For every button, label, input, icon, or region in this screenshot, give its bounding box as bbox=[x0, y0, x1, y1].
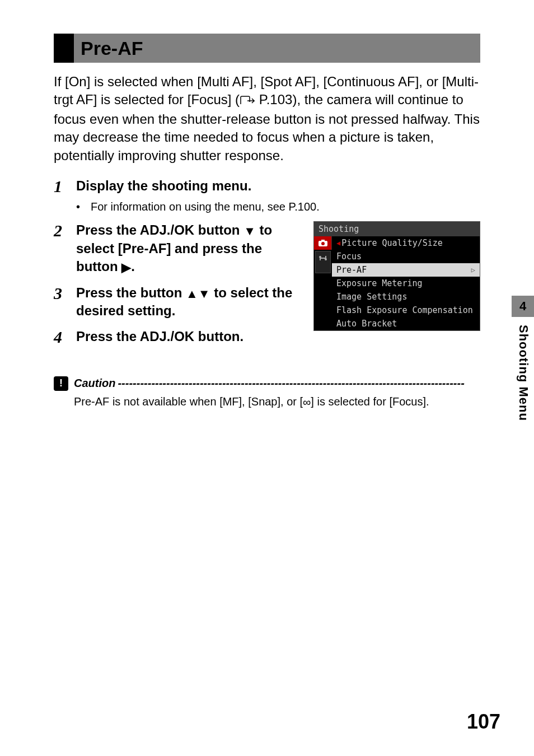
down-arrow-icon: ▼ bbox=[243, 225, 256, 237]
step-1: 1 Display the shooting menu. • For infor… bbox=[54, 177, 480, 213]
step-text: Press the ADJ./OK button bbox=[76, 222, 243, 237]
caution-block: ! Caution ------------------------------… bbox=[54, 376, 480, 409]
svg-point-3 bbox=[319, 256, 321, 258]
side-tab: 4 Shooting Menu bbox=[512, 296, 534, 421]
step-sub-text: For information on using the menu, see P… bbox=[91, 200, 320, 213]
right-triangle-icon: ▷ bbox=[471, 266, 475, 274]
setup-tab-icon bbox=[315, 251, 331, 273]
caution-text-a: Pre-AF is not available when [MF], [Snap… bbox=[74, 395, 303, 408]
lcd-item: Image Settings bbox=[332, 290, 480, 304]
lcd-item-label: Flash Exposure Compensation bbox=[336, 305, 473, 315]
lcd-item-label: Image Settings bbox=[336, 292, 407, 302]
chapter-number: 4 bbox=[512, 296, 534, 317]
infinity-icon: ∞ bbox=[303, 396, 311, 409]
caution-icon: ! bbox=[54, 376, 68, 391]
svg-point-2 bbox=[321, 242, 325, 245]
lcd-item-label: Focus bbox=[336, 251, 362, 262]
lcd-item-label: Auto Bracket bbox=[336, 319, 397, 329]
svg-rect-1 bbox=[321, 240, 325, 241]
step-text: . bbox=[131, 259, 135, 274]
page-number: 107 bbox=[467, 710, 500, 734]
intro-ref: P.103 bbox=[259, 92, 293, 107]
section-title: Pre-AF bbox=[81, 38, 143, 59]
step-2: 2 Press the ADJ./OK button ▼ to select [… bbox=[54, 221, 302, 276]
steps-list: 1 Display the shooting menu. • For infor… bbox=[54, 177, 480, 354]
caution-text-b: ] is selected for [Focus]. bbox=[311, 395, 429, 408]
camera-lcd-screenshot: Shooting ◀Picture Quality/Size Focus Pre… bbox=[313, 221, 480, 331]
step-title: Press the ADJ./OK button. bbox=[76, 328, 302, 346]
step-4: 4 Press the ADJ./OK button. bbox=[54, 328, 302, 346]
lcd-item-label: Picture Quality/Size bbox=[341, 238, 443, 248]
step-title: Display the shooting menu. bbox=[76, 177, 480, 195]
step-number: 1 bbox=[54, 177, 76, 195]
page: Pre-AF If [On] is selected when [Multi A… bbox=[0, 0, 534, 756]
step-title: Press the ADJ./OK button ▼ to select [Pr… bbox=[76, 221, 302, 276]
step-sub: • For information on using the menu, see… bbox=[76, 200, 480, 213]
up-arrow-icon: ▲ bbox=[186, 288, 198, 300]
caution-rule: ----------------------------------------… bbox=[118, 377, 480, 390]
lcd-item-label: Pre-AF bbox=[336, 265, 367, 275]
chapter-label: Shooting Menu bbox=[512, 317, 534, 421]
camera-tab-icon bbox=[314, 236, 332, 250]
right-arrow-icon: ▶ bbox=[121, 262, 131, 274]
svg-point-4 bbox=[325, 258, 327, 260]
bullet-icon: • bbox=[76, 200, 91, 213]
lcd: Shooting ◀Picture Quality/Size Focus Pre… bbox=[313, 221, 480, 331]
step-title: Press the button ▲▼ to select the desire… bbox=[76, 284, 302, 320]
lcd-item: Auto Bracket bbox=[332, 317, 480, 330]
lcd-item: ◀Picture Quality/Size bbox=[332, 236, 480, 250]
section-heading-bar: Pre-AF bbox=[54, 34, 480, 63]
step-number: 4 bbox=[54, 328, 76, 346]
reference-icon bbox=[240, 92, 255, 110]
step-number: 3 bbox=[54, 284, 76, 302]
lcd-menu-list: ◀Picture Quality/Size Focus Pre-AF▷ Expo… bbox=[332, 236, 480, 330]
lcd-item-label: Exposure Metering bbox=[336, 278, 423, 288]
lcd-item-selected: Pre-AF▷ bbox=[332, 263, 480, 277]
lcd-tab-column bbox=[314, 236, 332, 330]
steps-with-screen: 2 Press the ADJ./OK button ▼ to select [… bbox=[54, 221, 480, 353]
step-number: 2 bbox=[54, 221, 76, 239]
down-arrow-icon: ▼ bbox=[198, 288, 210, 300]
lcd-item: Flash Exposure Compensation bbox=[332, 304, 480, 317]
lcd-item: Exposure Metering bbox=[332, 277, 480, 290]
step-text: Press the button bbox=[76, 285, 186, 300]
caution-heading: ! Caution ------------------------------… bbox=[54, 376, 480, 391]
caution-label: Caution bbox=[74, 377, 115, 390]
caution-text: Pre-AF is not available when [MF], [Snap… bbox=[74, 395, 480, 409]
left-triangle-icon: ◀ bbox=[336, 239, 340, 247]
step-3: 3 Press the button ▲▼ to select the desi… bbox=[54, 284, 302, 320]
heading-accent bbox=[54, 34, 74, 63]
lcd-item: Focus bbox=[332, 250, 480, 263]
lcd-title: Shooting bbox=[314, 222, 480, 236]
intro-paragraph: If [On] is selected when [Multi AF], [Sp… bbox=[54, 73, 480, 165]
